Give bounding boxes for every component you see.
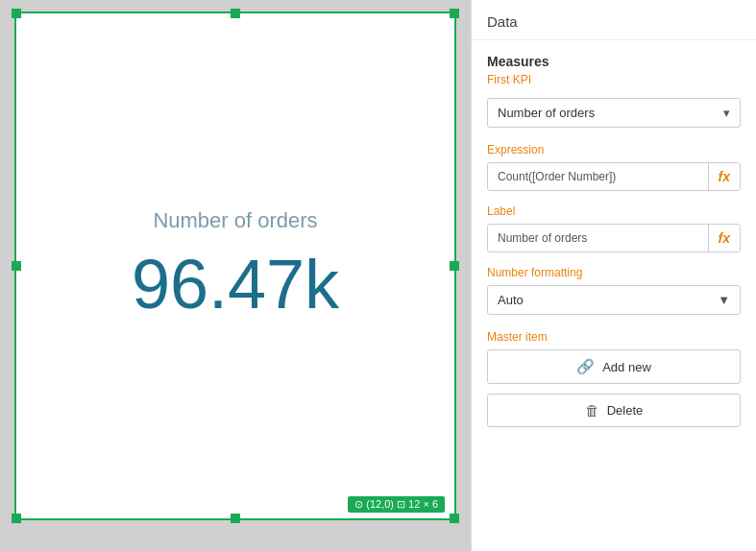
expression-input[interactable]	[488, 163, 708, 190]
dropdown-label: Number of orders	[498, 106, 595, 120]
right-panel: Data Measures First KPI Number of orders…	[471, 0, 756, 551]
delete-button[interactable]: 🗑 Delete	[487, 394, 741, 427]
master-item-section: Master item 🔗 Add new 🗑 Delete	[487, 330, 741, 427]
handle-mid-right[interactable]	[450, 261, 459, 271]
expression-label: Expression	[487, 143, 741, 156]
kpi-value: 96.47k	[132, 245, 339, 323]
label-fx-button[interactable]: fx	[708, 225, 740, 252]
label-field-label: Label	[487, 204, 741, 218]
handle-bottom-right[interactable]	[450, 514, 459, 523]
handle-mid-left[interactable]	[12, 261, 21, 271]
widget-status-bar: ⊙ (12,0) ⊡ 12 × 6	[348, 496, 445, 513]
label-input-row: fx	[487, 224, 741, 252]
number-formatting-label: Number formatting	[487, 266, 741, 279]
expression-input-row: fx	[487, 162, 741, 191]
number-formatting-select[interactable]: Auto	[488, 286, 708, 314]
kpi-label: Number of orders	[153, 208, 317, 233]
handle-bottom-left[interactable]	[12, 514, 21, 523]
handle-top-center[interactable]	[231, 9, 240, 18]
select-arrow-icon: ▼	[708, 287, 740, 313]
handle-top-right[interactable]	[450, 9, 459, 18]
add-new-button[interactable]: 🔗 Add new	[487, 349, 741, 384]
delete-label: Delete	[607, 403, 644, 418]
measures-title: Measures	[487, 54, 741, 69]
add-new-label: Add new	[602, 360, 651, 374]
expression-fx-button[interactable]: fx	[708, 163, 740, 190]
number-formatting-select-row: Auto ▼	[487, 285, 741, 315]
panel-body: Measures First KPI Number of orders ▾ Ex…	[472, 40, 756, 551]
handle-top-left[interactable]	[12, 9, 21, 18]
chevron-down-icon: ▾	[723, 106, 730, 120]
panel-header: Data	[472, 0, 756, 40]
label-input[interactable]	[488, 225, 708, 252]
link-icon: 🔗	[576, 358, 595, 375]
kpi-widget[interactable]: Number of orders 96.47k ⊙ (12,0) ⊡ 12 × …	[14, 12, 456, 520]
handle-bottom-center[interactable]	[231, 514, 240, 523]
trash-icon: 🗑	[585, 402, 599, 419]
canvas-area: Number of orders 96.47k ⊙ (12,0) ⊡ 12 × …	[0, 0, 471, 551]
master-item-label: Master item	[487, 330, 741, 344]
number-of-orders-dropdown[interactable]: Number of orders ▾	[487, 98, 741, 128]
first-kpi-label: First KPI	[487, 73, 741, 86]
